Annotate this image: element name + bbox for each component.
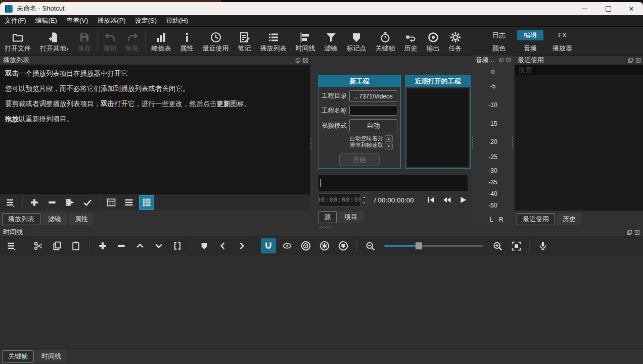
next-marker-button[interactable] [234,238,249,253]
ripple-button[interactable] [298,238,313,253]
tab-source[interactable]: 源 [318,211,337,223]
history-button[interactable]: 历史 [400,30,422,53]
minimize-button[interactable] [573,2,596,15]
filters-button[interactable]: 滤镜 [320,30,342,53]
playlist-append-button[interactable] [27,195,42,210]
redo-button[interactable]: 恢复 [121,30,144,53]
paste-button[interactable] [68,238,83,253]
tab-keyframes[interactable]: 关键帧 [2,350,34,362]
tab-timeline[interactable]: 时间线 [35,350,67,362]
float-panel-icon[interactable] [295,58,301,63]
previous-marker-button[interactable] [215,238,231,253]
timeline-menu-button[interactable] [4,238,19,253]
close-button[interactable]: ✕ [620,2,643,15]
tab-playlist[interactable]: 播放列表 [2,213,40,225]
ripple-markers-button[interactable] [336,238,351,253]
tab-project[interactable]: 项目 [338,211,363,223]
zoom-in-button[interactable] [490,238,505,253]
timecode-value[interactable]: 00:00:00:00 [319,194,360,206]
create-marker-button[interactable] [197,238,212,253]
menu-player[interactable]: 播放器(P) [93,15,130,26]
layout-color-button[interactable]: 颜色 [486,43,512,54]
view-icons-button[interactable] [139,195,154,210]
markers-button[interactable]: 标记点 [342,30,371,53]
splitter-handle[interactable] [512,136,514,149]
split-button[interactable] [170,238,185,253]
overwrite-button[interactable] [151,238,166,253]
layout-editing-button[interactable]: 编辑 [517,30,543,40]
titlebar[interactable]: 未命名 - Shotcut ✕ [0,2,643,15]
snap-toggle-button[interactable] [261,238,276,253]
peak-meter-button[interactable]: 峰值表 [147,30,176,53]
record-audio-button[interactable] [535,238,550,253]
slider-thumb[interactable] [416,242,422,249]
layout-player-button[interactable]: 播放器 [548,43,576,54]
timeline-button[interactable]: 时间线 [291,30,320,53]
skip-to-start-button[interactable] [426,195,435,204]
ripple-delete-button[interactable] [114,238,129,253]
menu-view[interactable]: 查看(V) [62,15,93,26]
ripple-all-tracks-button[interactable] [317,238,332,253]
close-panel-icon[interactable] [634,230,640,235]
scrub-while-dragging-button[interactable] [280,238,295,253]
scroll-down-button[interactable]: ▼ [385,143,393,149]
tab-filters[interactable]: 滤镜 [42,213,67,225]
append-button[interactable] [95,238,110,253]
scroll-up-button[interactable]: ▲ [385,135,393,142]
maximize-button[interactable] [596,2,620,15]
project-name-input[interactable] [349,106,397,116]
layout-logging-button[interactable]: 日志 [486,30,512,40]
project-folder-button[interactable]: ...7371\Videos [349,90,397,102]
menu-help[interactable]: 帮助(H) [161,15,193,26]
copy-button[interactable] [50,238,65,253]
menu-settings[interactable]: 设定(S) [130,15,161,26]
tab-recent[interactable]: 最近使用 [517,213,555,225]
zoom-slider[interactable] [384,242,483,249]
close-panel-icon[interactable] [506,58,511,63]
playlist-open-button[interactable] [62,195,77,210]
playlist-button[interactable]: 播放列表 [256,30,291,53]
start-button[interactable]: 开始 [339,153,380,166]
tab-history[interactable]: 历史 [557,213,582,225]
playlist-remove-button[interactable] [44,195,60,210]
menu-file[interactable]: 文件(F) [0,15,31,26]
timecode-spinbox[interactable]: 00:00:00:00 ▲▼ [318,193,368,206]
layout-fx-button[interactable]: FX [549,30,576,40]
video-mode-button[interactable]: 自动 [349,119,397,132]
close-panel-icon[interactable] [303,58,308,63]
close-panel-icon[interactable] [635,58,641,63]
open-file-button[interactable]: 打开文件 [0,30,35,53]
search-input[interactable] [515,65,643,75]
play-button[interactable] [458,195,468,204]
keyframes-button[interactable]: 关键帧 [371,30,400,53]
lift-button[interactable] [132,238,148,253]
save-button[interactable]: 保存 [73,30,96,53]
timeline-tracks-area[interactable] [0,255,643,348]
recent-projects-list[interactable] [407,88,469,167]
view-tiles-button[interactable] [121,195,136,210]
layout-audio-button[interactable]: 音频 [517,43,543,54]
notes-button[interactable]: 笔记 [234,30,256,53]
zoom-out-button[interactable] [362,238,378,253]
jobs-button[interactable]: 任务 [444,30,467,53]
properties-button[interactable]: 属性 [176,30,198,53]
recent-files-list[interactable] [515,75,643,211]
timecode-spinner[interactable]: ▲▼ [360,194,368,206]
recent-button[interactable]: 最近使用 [198,30,234,53]
splitter-handle[interactable] [472,136,474,149]
playlist-update-button[interactable] [80,195,95,210]
undo-button[interactable]: 撤销 [99,30,121,53]
playlist-menu-button[interactable] [3,195,18,210]
rewind-button[interactable] [442,195,452,204]
menu-edit[interactable]: 编辑(E) [31,15,62,26]
cut-button[interactable] [31,238,46,253]
zoom-fit-button[interactable] [509,238,524,253]
tab-properties[interactable]: 属性 [69,213,94,225]
view-details-button[interactable] [104,195,119,210]
float-panel-icon[interactable] [628,58,633,63]
float-panel-icon[interactable] [499,58,504,63]
open-other-button[interactable]: 打开其他▾ [35,30,73,53]
float-panel-icon[interactable] [627,230,632,235]
player-scrub-bar[interactable] [318,175,468,191]
export-button[interactable]: 输出 [422,30,444,53]
